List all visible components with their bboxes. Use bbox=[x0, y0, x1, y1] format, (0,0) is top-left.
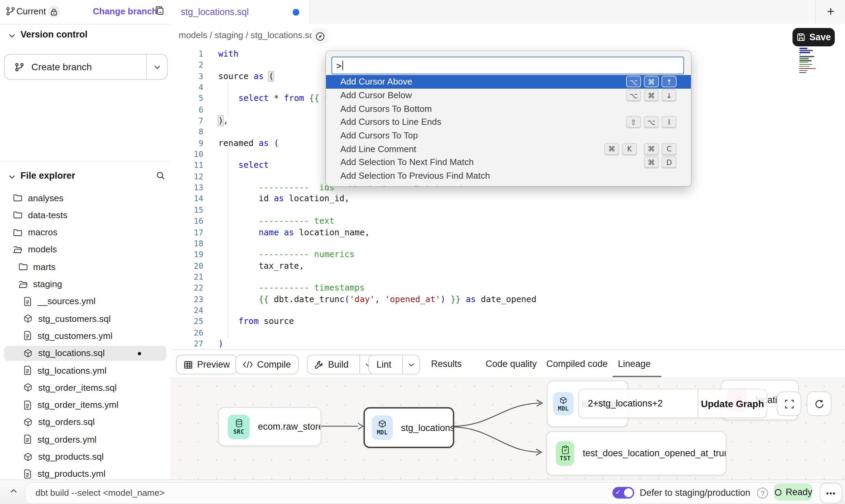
file-item-stg-orders-yml[interactable]: stg_orders.yml bbox=[4, 432, 166, 447]
file-item-stg-customers-sql[interactable]: stg_customers.sql bbox=[4, 311, 166, 326]
command-palette-input[interactable]: > bbox=[331, 57, 684, 74]
defer-toggle[interactable]: ✓ bbox=[612, 487, 634, 499]
version-control-header[interactable]: Version control bbox=[20, 29, 88, 40]
create-branch-button[interactable]: Create branch bbox=[4, 54, 168, 80]
refresh-button[interactable] bbox=[807, 391, 831, 416]
lineage-node-stg-locations[interactable]: MDL stg_locations bbox=[364, 407, 454, 448]
change-branch-link[interactable]: Change branch bbox=[93, 6, 157, 16]
file-item-stg-orders-sql[interactable]: stg_orders.sql bbox=[4, 415, 166, 430]
command-item[interactable]: Add Line Comment⌘K⌘C bbox=[326, 142, 691, 155]
compile-button[interactable]: Compile bbox=[235, 355, 298, 374]
more-options-button[interactable]: ••• bbox=[820, 483, 842, 503]
file-explorer-header[interactable]: File explorer bbox=[20, 171, 75, 181]
database-icon bbox=[234, 418, 243, 427]
preview-button[interactable]: Preview bbox=[176, 355, 237, 374]
status-bar: dbt build --select <model_name> ✓ Defer … bbox=[0, 479, 845, 504]
shortcut-key: I bbox=[662, 116, 677, 128]
file-item-label: stg_order_items.yml bbox=[38, 400, 118, 410]
command-list: Add Cursor Above⌥⌘↑Add Cursor Below⌥⌘↓Ad… bbox=[326, 75, 691, 186]
command-item[interactable]: Add Cursors To Top bbox=[326, 129, 691, 142]
new-tab-button[interactable]: + bbox=[822, 3, 840, 20]
code-line[interactable]: ---------- text bbox=[218, 216, 536, 227]
update-graph-button[interactable]: Update Graph bbox=[698, 389, 767, 417]
file-item-data-tests[interactable]: data-tests bbox=[4, 208, 166, 223]
minimap[interactable] bbox=[799, 48, 822, 72]
doc-icon bbox=[23, 400, 32, 410]
git-branch-icon bbox=[14, 62, 25, 72]
refresh-icon bbox=[814, 399, 824, 409]
help-icon[interactable]: ? bbox=[757, 488, 768, 499]
search-icon[interactable] bbox=[155, 171, 166, 181]
compass-icon[interactable] bbox=[312, 28, 328, 44]
compile-label: Compile bbox=[257, 359, 298, 370]
lineage-node-source[interactable]: SRC ecom.raw_stores bbox=[218, 407, 321, 446]
folder-icon bbox=[18, 262, 28, 271]
code-line[interactable]: ---------- timestamps bbox=[218, 282, 536, 294]
file-item-stg-order-items-yml[interactable]: stg_order_items.yml bbox=[4, 397, 166, 412]
code-line[interactable]: id as location_id, bbox=[218, 193, 536, 205]
chevron-up-icon[interactable] bbox=[10, 487, 18, 495]
command-item[interactable]: Add Selection To Previous Find Match bbox=[326, 169, 691, 182]
build-button[interactable]: Build bbox=[307, 355, 377, 374]
chevron-down-icon[interactable] bbox=[8, 173, 16, 181]
code-line[interactable] bbox=[218, 327, 536, 338]
breadcrumb: models / staging / stg_locations.sql bbox=[179, 30, 316, 40]
fullscreen-icon bbox=[784, 399, 794, 409]
command-item[interactable]: Add Cursors to Line Ends⇧⌥I bbox=[326, 115, 691, 129]
tab-compiled-code[interactable]: Compiled code bbox=[546, 350, 608, 378]
tab-code-quality[interactable]: Code quality bbox=[486, 350, 537, 378]
code-line[interactable]: ) bbox=[218, 338, 536, 349]
command-item[interactable]: Add Cursor Above⌥⌘↑ bbox=[326, 75, 691, 88]
file-item-marts[interactable]: marts bbox=[4, 259, 166, 274]
defer-label: Defer to staging/production bbox=[640, 488, 750, 498]
command-item[interactable]: Add Cursors To Bottom bbox=[326, 102, 691, 115]
fullscreen-button[interactable] bbox=[777, 391, 801, 416]
preview-label: Preview bbox=[197, 359, 237, 370]
shortcut-key: ↑ bbox=[662, 76, 677, 88]
file-item--sources-yml[interactable]: __sources.yml bbox=[4, 294, 166, 309]
lineage-node-test[interactable]: TST test_does_location_opened_at_trunc_t… bbox=[546, 431, 726, 475]
code-line[interactable]: from source bbox=[218, 316, 536, 327]
file-item-stg-products-yml[interactable]: stg_products.yml bbox=[4, 466, 166, 481]
command-label: Add Selection To All Find Matches bbox=[340, 184, 474, 186]
command-label: Add Line Comment bbox=[340, 144, 416, 154]
file-item-analyses[interactable]: analyses bbox=[4, 190, 166, 205]
file-item-stg-locations-sql[interactable]: stg_locations.sql bbox=[4, 345, 166, 360]
code-line[interactable] bbox=[218, 271, 536, 283]
code-line[interactable]: ---------- numerics bbox=[218, 249, 536, 260]
command-item[interactable]: Add Selection To All Find Matches bbox=[326, 182, 691, 186]
tab-results[interactable]: Results bbox=[431, 350, 462, 378]
selector-input[interactable]: 2+stg_locations+2 bbox=[588, 398, 698, 409]
file-item-label: stg_locations.yml bbox=[38, 365, 106, 375]
tab-lineage[interactable]: Lineage bbox=[618, 350, 651, 378]
copy-icon[interactable] bbox=[154, 5, 165, 16]
command-label: Add Cursors to Line Ends bbox=[340, 117, 441, 127]
command-item[interactable]: Add Cursor Below⌥⌘↓ bbox=[326, 88, 691, 102]
tab-stg-locations[interactable]: stg_locations.sql bbox=[171, 0, 310, 24]
doc-icon bbox=[23, 297, 32, 306]
file-item-label: stg_products.sql bbox=[38, 451, 104, 462]
chevron-down-icon[interactable] bbox=[8, 32, 16, 40]
file-item-stg-products-sql[interactable]: stg_products.sql bbox=[4, 449, 166, 464]
create-branch-dropdown[interactable] bbox=[146, 55, 167, 79]
file-item-models[interactable]: models bbox=[4, 242, 166, 257]
file-item-stg-customers-yml[interactable]: stg_customers.yml bbox=[4, 328, 166, 343]
lint-button[interactable]: Lint bbox=[368, 355, 420, 374]
save-button[interactable]: Save bbox=[792, 28, 835, 46]
ready-status-badge[interactable]: Ready bbox=[774, 484, 812, 501]
file-item-stg-locations-yml[interactable]: stg_locations.yml bbox=[4, 363, 166, 378]
command-item[interactable]: Add Selection To Next Find Match⌘D bbox=[326, 155, 691, 169]
lint-dropdown[interactable] bbox=[402, 355, 419, 374]
file-item-staging[interactable]: staging bbox=[4, 277, 166, 292]
code-line[interactable] bbox=[218, 205, 536, 216]
code-line[interactable] bbox=[218, 238, 536, 249]
code-line[interactable]: {{ dbt.date_trunc('day', 'opened_at') }}… bbox=[218, 294, 536, 305]
code-line[interactable]: tax_rate, bbox=[218, 260, 536, 271]
node-label: test_does_location_opened_at_trunc_t... bbox=[583, 448, 726, 458]
file-item-macros[interactable]: macros bbox=[4, 225, 166, 240]
file-item-stg-order-items-sql[interactable]: stg_order_items.sql bbox=[4, 380, 166, 395]
git-branch-icon bbox=[5, 6, 16, 16]
code-line[interactable]: name as location_name, bbox=[218, 227, 536, 238]
code-line[interactable] bbox=[218, 305, 536, 316]
lineage-canvas[interactable]: MDL locations locatio SRC ecom.raw_store… bbox=[171, 377, 845, 479]
